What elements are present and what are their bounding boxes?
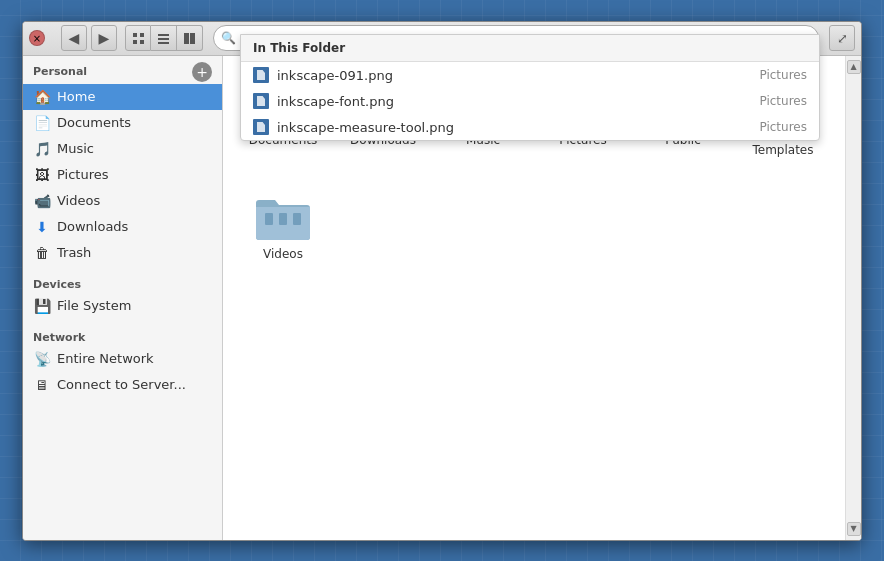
svg-rect-1 (140, 33, 144, 37)
sidebar-item-videos[interactable]: 📹 Videos (23, 188, 222, 214)
devices-label: Devices (33, 278, 81, 291)
autocomplete-item-0[interactable]: inkscape-091.png Pictures (241, 62, 819, 88)
folder-videos[interactable]: Videos (238, 185, 328, 269)
sidebar-item-downloads[interactable]: ⬇ Downloads (23, 214, 222, 240)
sidebar-item-music-label: Music (57, 141, 94, 156)
folder-videos-label: Videos (263, 247, 303, 261)
autocomplete-item-name-1: inkscape-font.png (277, 94, 751, 109)
scrollbar[interactable]: ▲ ▼ (845, 56, 861, 540)
devices-section-header: Devices (23, 272, 222, 293)
home-icon: 🏠 (33, 88, 51, 106)
expand-button[interactable]: ⤢ (829, 25, 855, 51)
sidebar-item-connect-server-label: Connect to Server... (57, 377, 186, 392)
svg-rect-7 (184, 33, 189, 44)
scroll-up-button[interactable]: ▲ (847, 60, 861, 74)
sidebar-item-documents-label: Documents (57, 115, 131, 130)
downloads-icon: ⬇ (33, 218, 51, 236)
autocomplete-item-location-2: Pictures (759, 120, 807, 134)
sidebar-item-pictures[interactable]: 🖼 Pictures (23, 162, 222, 188)
trash-icon: 🗑 (33, 244, 51, 262)
scroll-down-button[interactable]: ▼ (847, 522, 861, 536)
autocomplete-header: In This Folder (241, 35, 819, 62)
sidebar-item-downloads-label: Downloads (57, 219, 128, 234)
file-icon-1 (253, 93, 269, 109)
sidebar-item-documents[interactable]: 📄 Documents (23, 110, 222, 136)
file-manager-window: × ◀ ▶ (22, 21, 862, 541)
svg-rect-6 (158, 42, 169, 44)
sidebar-item-trash-label: Trash (57, 245, 91, 260)
file-icon-2 (253, 119, 269, 135)
svg-rect-12 (293, 213, 301, 225)
close-icon: × (33, 33, 41, 44)
back-icon: ◀ (69, 30, 80, 46)
autocomplete-item-location-1: Pictures (759, 94, 807, 108)
compact-icon (183, 32, 196, 45)
svg-rect-8 (190, 33, 195, 44)
view-list-button[interactable] (151, 25, 177, 51)
sidebar-item-pictures-label: Pictures (57, 167, 108, 182)
connect-server-icon: 🖥 (33, 376, 51, 394)
view-icons-button[interactable] (125, 25, 151, 51)
autocomplete-dropdown: In This Folder inkscape-091.png Pictures… (240, 34, 820, 141)
svg-rect-11 (279, 213, 287, 225)
sidebar-item-videos-label: Videos (57, 193, 100, 208)
sidebar-item-trash[interactable]: 🗑 Trash (23, 240, 222, 266)
file-icon-0 (253, 67, 269, 83)
sidebar-item-connect-server[interactable]: 🖥 Connect to Server... (23, 372, 222, 398)
personal-section-header: Personal + (23, 56, 222, 84)
close-button[interactable]: × (29, 30, 45, 46)
sidebar-item-entire-network[interactable]: 📡 Entire Network (23, 346, 222, 372)
sidebar-item-filesystem[interactable]: 💾 File System (23, 293, 222, 319)
list-icon (157, 32, 170, 45)
autocomplete-item-2[interactable]: inkscape-measure-tool.png Pictures (241, 114, 819, 140)
svg-rect-0 (133, 33, 137, 37)
videos-icon: 📹 (33, 192, 51, 210)
grid-icon (132, 32, 145, 45)
autocomplete-item-name-2: inkscape-measure-tool.png (277, 120, 751, 135)
forward-button[interactable]: ▶ (91, 25, 117, 51)
network-section-header: Network (23, 325, 222, 346)
filesystem-icon: 💾 (33, 297, 51, 315)
sidebar: Personal + 🏠 Home 📄 Documents 🎵 Music 🖼 … (23, 56, 223, 540)
autocomplete-item-name-0: inkscape-091.png (277, 68, 751, 83)
forward-icon: ▶ (99, 30, 110, 46)
view-buttons (125, 25, 203, 51)
view-compact-button[interactable] (177, 25, 203, 51)
sidebar-item-entire-network-label: Entire Network (57, 351, 154, 366)
music-icon: 🎵 (33, 140, 51, 158)
svg-rect-10 (265, 213, 273, 225)
add-bookmark-button[interactable]: + (192, 62, 212, 82)
network-label: Network (33, 331, 85, 344)
personal-label: Personal (33, 65, 87, 78)
svg-rect-2 (133, 40, 137, 44)
sidebar-item-home[interactable]: 🏠 Home (23, 84, 222, 110)
autocomplete-item-1[interactable]: inkscape-font.png Pictures (241, 88, 819, 114)
pictures-icon: 🖼 (33, 166, 51, 184)
folder-videos-icon (253, 193, 313, 243)
search-icon: 🔍 (221, 31, 236, 45)
autocomplete-item-location-0: Pictures (759, 68, 807, 82)
svg-rect-4 (158, 34, 169, 36)
svg-rect-5 (158, 38, 169, 40)
expand-icon: ⤢ (837, 31, 848, 46)
sidebar-item-filesystem-label: File System (57, 298, 131, 313)
svg-rect-3 (140, 40, 144, 44)
folder-templates-label: Templates (752, 143, 813, 157)
sidebar-item-music[interactable]: 🎵 Music (23, 136, 222, 162)
sidebar-item-home-label: Home (57, 89, 95, 104)
entire-network-icon: 📡 (33, 350, 51, 368)
documents-icon: 📄 (33, 114, 51, 132)
back-button[interactable]: ◀ (61, 25, 87, 51)
